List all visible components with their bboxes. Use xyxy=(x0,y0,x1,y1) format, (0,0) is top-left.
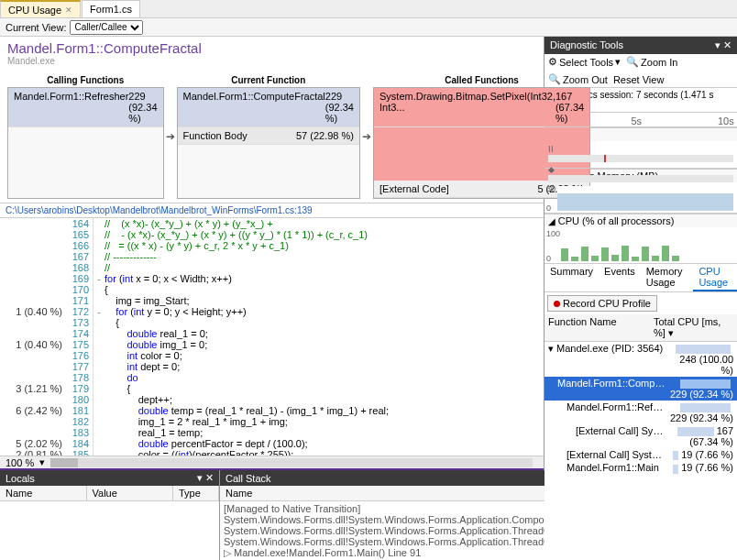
fold-mark[interactable] xyxy=(94,262,104,273)
tab-memory[interactable]: Memory Usage xyxy=(641,264,694,291)
hscrollbar[interactable] xyxy=(50,458,533,467)
fold-mark[interactable] xyxy=(94,251,104,262)
fold-mark[interactable] xyxy=(94,229,104,240)
file-path[interactable]: C:\Users\arobins\Desktop\Mandelbrot\Mand… xyxy=(0,203,544,218)
metric: 2 (0.81 %) xyxy=(0,449,62,456)
fold-mark[interactable] xyxy=(94,416,104,427)
line-number: 178 xyxy=(66,372,89,383)
y-label: 100 xyxy=(546,229,560,238)
fn-table-row[interactable]: Mandel.Form1::Refresher229 (92.34 %) xyxy=(544,401,737,424)
code-line[interactable]: for (int x = 0; x < Width; x++) xyxy=(104,273,544,284)
record-cpu-button[interactable]: Record CPU Profile xyxy=(547,295,657,312)
fold-mark[interactable] xyxy=(94,449,104,456)
line-number: 169 xyxy=(66,273,89,284)
code-line[interactable]: real_1 = temp; xyxy=(104,427,544,438)
fold-mark[interactable] xyxy=(94,427,104,438)
row-name: Mandel.Form1::ComputeFractal xyxy=(183,91,325,124)
fn-table-row[interactable]: [External Call] System.Drawi...167 (67.3… xyxy=(544,424,737,448)
close-icon[interactable]: ✕ xyxy=(65,5,72,15)
fold-mark[interactable]: - xyxy=(94,306,104,317)
code-line[interactable]: double img_1 = 0; xyxy=(104,339,544,350)
time-ruler[interactable]: 5s 10s xyxy=(544,113,737,127)
fold-mark[interactable] xyxy=(94,405,104,416)
zoom-level[interactable]: 100 % xyxy=(6,457,34,468)
code-line[interactable]: // xyxy=(104,262,544,273)
code-line[interactable]: { xyxy=(104,383,544,394)
col-type[interactable]: Type xyxy=(173,486,219,500)
code-line[interactable]: double percentFactor = dept / (100.0); xyxy=(104,438,544,449)
tab-summary[interactable]: Summary xyxy=(544,264,599,291)
line-number: 174 xyxy=(66,328,89,339)
cpu-chart[interactable]: 100 0 xyxy=(544,227,737,264)
code-line[interactable]: for (int y = 0; y < Height; y++) xyxy=(104,306,544,317)
current-body-row[interactable]: Function Body 57 (22.98 %) xyxy=(178,127,359,145)
chevron-down-icon[interactable]: ▾ xyxy=(39,456,45,468)
code-line[interactable]: double real_1 = 0; xyxy=(104,328,544,339)
select-tools-button[interactable]: ⚙ Select Tools ▾ xyxy=(548,56,621,68)
zoom-in-button[interactable]: 🔍 Zoom In xyxy=(626,56,677,68)
chevron-down-icon[interactable]: ▾ ✕ xyxy=(197,472,214,484)
tab-events[interactable]: Events xyxy=(599,264,641,291)
fold-mark[interactable] xyxy=(94,240,104,251)
view-select[interactable]: Caller/Callee xyxy=(70,20,143,35)
col-name[interactable]: Name xyxy=(0,486,87,500)
fold-mark[interactable] xyxy=(94,438,104,449)
memory-chart[interactable]: 30 0 xyxy=(544,182,737,214)
fold-mark[interactable] xyxy=(94,317,104,328)
fold-mark[interactable]: - xyxy=(94,273,104,284)
code-line[interactable]: // - (x *x)- (x_*y_) + (x * y) + ((y * y… xyxy=(104,229,544,240)
fn-table-row[interactable]: [External Call] System.Windo...19 (7.66 … xyxy=(544,448,737,461)
tab-cpu-usage[interactable]: CPU Usage ✕ xyxy=(0,0,81,17)
code-line[interactable]: // ------------- xyxy=(104,251,544,262)
function-module: Mandel.exe xyxy=(7,56,536,66)
code-line[interactable]: img_1 = 2 * real_1 * img_1 + img; xyxy=(104,416,544,427)
code-line[interactable]: double temp = (real_1 * real_1) - (img_1… xyxy=(104,405,544,416)
fold-mark[interactable] xyxy=(94,361,104,372)
fold-mark[interactable] xyxy=(94,284,104,295)
view-label: Current View: xyxy=(6,22,66,33)
fn-table-row[interactable]: ▾ Mandel.exe (PID: 3564)248 (100.00 %) xyxy=(544,342,737,377)
col-value[interactable]: Value xyxy=(87,486,174,500)
chevron-down-icon[interactable]: ▾ ✕ xyxy=(715,39,732,51)
current-row[interactable]: Mandel.Form1::ComputeFractal 229 (92.34 … xyxy=(178,88,359,127)
code-line[interactable]: do xyxy=(104,372,544,383)
code-line[interactable]: int color = 0; xyxy=(104,350,544,361)
calling-row[interactable]: Mandel.Form1::Refresher 229 (92.34 %) xyxy=(8,88,163,127)
col-fn-name[interactable]: Function Name xyxy=(544,314,650,341)
metric xyxy=(0,229,62,240)
tab-cpu[interactable]: CPU Usage xyxy=(693,264,737,291)
fold-mark[interactable] xyxy=(94,372,104,383)
code-line[interactable]: // = ((x * x) - (y * y) + c_r, 2 * x * y… xyxy=(104,240,544,251)
fold-mark[interactable] xyxy=(94,339,104,350)
line-number: 168 xyxy=(66,262,89,273)
fold-mark[interactable] xyxy=(94,328,104,339)
fold-mark[interactable] xyxy=(94,350,104,361)
fn-table-row[interactable]: Mandel.Form1::Main19 (7.66 %) xyxy=(544,461,737,474)
events-chart[interactable]: ⅠⅠ ◆ xyxy=(544,141,737,169)
fold-mark[interactable] xyxy=(94,383,104,394)
code-line[interactable]: { xyxy=(104,317,544,328)
fold-mark[interactable] xyxy=(94,295,104,306)
document-tabs: CPU Usage ✕ Form1.cs xyxy=(0,0,737,18)
tab-form1[interactable]: Form1.cs xyxy=(82,0,140,17)
col-total-cpu[interactable]: Total CPU [ms, %] ▾ xyxy=(650,314,737,341)
fold-mark[interactable] xyxy=(94,218,104,229)
arrow-icon: ➔ xyxy=(362,73,371,199)
fold-mark[interactable] xyxy=(94,394,104,405)
code-line[interactable]: // (x *x)- (x_*y_) + (x * y) + (y_*x_) + xyxy=(104,218,544,229)
fn-table-row[interactable]: Mandel.Form1::ComputeFra...229 (92.34 %) xyxy=(544,377,737,401)
cpu-header[interactable]: ◢ CPU (% of all processors) xyxy=(544,214,737,227)
line-number: 167 xyxy=(66,251,89,262)
row-val: 57 (22.98 %) xyxy=(296,130,354,141)
code-line[interactable]: dept++; xyxy=(104,394,544,405)
code-line[interactable]: int dept = 0; xyxy=(104,361,544,372)
zoom-out-button[interactable]: 🔍 Zoom Out xyxy=(548,73,608,85)
code-line[interactable]: color = ((int)(percentFactor * 255)); xyxy=(104,449,544,456)
reset-view-button[interactable]: Reset View xyxy=(613,74,664,85)
metric: 1 (0.40 %) xyxy=(0,306,62,317)
code-line[interactable]: img = img_Start; xyxy=(104,295,544,306)
line-number: 183 xyxy=(66,427,89,438)
code-editor[interactable]: 1 (0.40 %)1 (0.40 %)3 (1.21 %)6 (2.42 %)… xyxy=(0,218,544,456)
line-number: 171 xyxy=(66,295,89,306)
code-line[interactable]: { xyxy=(104,284,544,295)
